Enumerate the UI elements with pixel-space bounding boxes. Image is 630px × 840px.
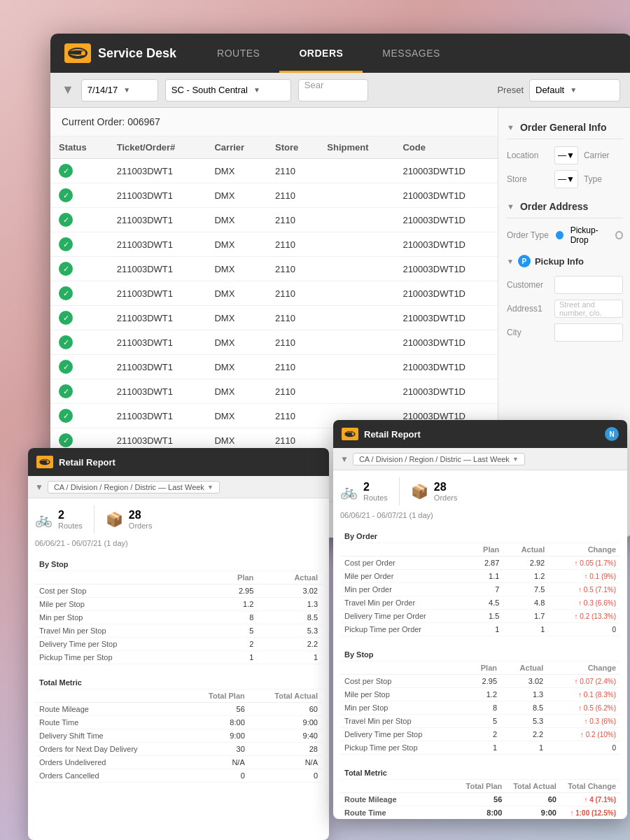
status-check-icon: ✓ xyxy=(59,237,73,251)
report-title-back: Retail Report xyxy=(59,457,115,468)
table-row: Mile per Stop1.21.3↑ 0.1 (8.3%) xyxy=(340,688,620,701)
report-header-back: Retail Report xyxy=(28,448,329,476)
svg-point-5 xyxy=(352,433,354,435)
type-label: Type xyxy=(584,174,626,184)
stat-separator-back xyxy=(94,505,94,533)
table-row: Travel Min per Stop55.3↑ 0.3 (6%) xyxy=(340,715,620,728)
radio-other[interactable] xyxy=(615,231,623,239)
table-row: Route Time8:009:00↑ 1:00 (12.5%) xyxy=(340,806,620,820)
radio-pickup-drop[interactable] xyxy=(556,231,564,239)
location-row: Location — ▼ Carrier ▼ xyxy=(507,146,623,164)
carrier-label: Carrier xyxy=(584,150,626,160)
pickup-arrow-icon: ▼ xyxy=(507,258,514,265)
preset-arrow-icon: ▼ xyxy=(570,86,577,94)
filter-tag-arrow-back: ▼ xyxy=(207,484,214,491)
table-row: Cost per Order2.872.92↑ 0.05 (1.7%) xyxy=(340,556,620,570)
location-arrow-icon: ▼ xyxy=(566,150,575,160)
table-row[interactable]: ✓ 211003DWT1 DMX 2110 210003DWT1D xyxy=(50,306,498,330)
table-row[interactable]: ✓ 211003DWT1 DMX 2110 210003DWT1D xyxy=(50,379,498,404)
svg-point-3 xyxy=(47,461,49,463)
table-row[interactable]: ✓ 211003DWT1 DMX 2110 210003DWT1D xyxy=(50,183,498,208)
table-row: Delivery Time per Stop22.2 xyxy=(35,638,322,651)
customer-label: Customer xyxy=(507,280,549,290)
filter-tag-front[interactable]: CA / Division / Region / Distric — Last … xyxy=(353,453,525,465)
general-info-title: Order General Info xyxy=(520,122,607,133)
report-title-front: Retail Report xyxy=(364,429,421,440)
table-row[interactable]: ✓ 211003DWT1 DMX 2110 210003DWT1D xyxy=(50,208,498,232)
col-code: Code xyxy=(394,136,498,159)
table-row[interactable]: ✓ 211003DWT1 DMX 2110 210003DWT1D xyxy=(50,257,498,281)
table-row: Pickup Time per Order110 xyxy=(340,623,620,636)
table-row: Mile per Stop1.21.3 xyxy=(35,598,322,611)
table-row: Min per Stop88.5↑ 0.5 (6.2%) xyxy=(340,701,620,715)
n-avatar: N xyxy=(605,427,619,441)
nav-bar: Service Desk ROUTES ORDERS MESSAGES xyxy=(50,34,630,73)
by-order-table-front: By Order Plan Actual Change Cost per Ord… xyxy=(340,526,620,636)
store-select[interactable]: — ▼ xyxy=(554,170,578,188)
routes-label-back: Routes xyxy=(58,522,83,530)
table-row[interactable]: ✓ 211003DWT1 DMX 2110 210003DWT1D xyxy=(50,330,498,355)
nav-messages[interactable]: MESSAGES xyxy=(363,34,460,73)
preset-section: Preset Default ▼ xyxy=(497,79,620,102)
address1-input[interactable]: Street and number, c/o. xyxy=(554,300,623,318)
status-check-icon: ✓ xyxy=(59,335,73,349)
routes-number-back: 2 xyxy=(58,509,83,522)
table-row: Pickup Time per Stop11 xyxy=(35,651,322,664)
table-row: Orders Cancelled00 xyxy=(35,769,322,783)
nav-orders[interactable]: ORDERS xyxy=(279,34,363,73)
store-arrow-icon: ▼ xyxy=(566,174,575,184)
filter-tag-back[interactable]: CA / Division / Region / Distric — Last … xyxy=(48,481,220,493)
table-row: Route Time8:009:00 xyxy=(35,716,322,729)
report-logo-front xyxy=(342,428,358,440)
col-carrier: Carrier xyxy=(206,136,267,159)
routes-icon-back: 🚲 xyxy=(35,511,52,528)
address1-label: Address1 xyxy=(507,304,549,314)
location-label: Location xyxy=(507,150,549,160)
date-selector[interactable]: 7/14/17 ▼ xyxy=(81,79,158,102)
region-arrow-icon: ▼ xyxy=(253,86,260,94)
preset-selector[interactable]: Default ▼ xyxy=(529,79,620,102)
routes-icon-front: 🚲 xyxy=(340,483,358,500)
region-selector[interactable]: SC - South Central ▼ xyxy=(165,79,291,102)
table-row: Min per Order77.5↑ 0.5 (7.1%) xyxy=(340,583,620,596)
table-row[interactable]: ✓ 211003DWT1 DMX 2110 210003DWT1D xyxy=(50,159,498,183)
filter-icon[interactable]: ▼ xyxy=(62,83,74,97)
orders-stat-front: 📦 28 Orders xyxy=(411,477,458,505)
nav-items: ROUTES ORDERS MESSAGES xyxy=(197,34,617,73)
table-row[interactable]: ✓ 211003DWT1 DMX 2110 210003DWT1D xyxy=(50,355,498,379)
city-input[interactable] xyxy=(554,323,623,342)
nav-routes[interactable]: ROUTES xyxy=(197,34,279,73)
address-section: ▼ Order Address xyxy=(507,195,623,218)
report-header-front: Retail Report N xyxy=(333,420,627,448)
retail-report-window-back: Retail Report ▼ CA / Division / Region /… xyxy=(28,448,329,840)
table-row: Delivery Shift Time9:009:40 xyxy=(35,729,322,743)
current-order-info: Current Order: 006967 xyxy=(50,108,498,136)
search-input[interactable]: Sear xyxy=(298,79,368,102)
status-check-icon: ✓ xyxy=(59,384,73,398)
table-row: Min per Stop88.5 xyxy=(35,611,322,624)
by-stop-head: By Stop xyxy=(340,645,620,662)
table-row[interactable]: ✓ 211003DWT1 DMX 2110 210003DWT1D xyxy=(50,232,498,257)
routes-stat-front: 🚲 2 Routes xyxy=(340,477,388,505)
report-body-front: 🚲 2 Routes 📦 28 Orders 06/06/21 - 06/07/… xyxy=(333,470,627,819)
status-check-icon: ✓ xyxy=(59,164,73,178)
orders-icon-front: 📦 xyxy=(411,483,428,500)
location-select[interactable]: — ▼ xyxy=(554,146,578,164)
table-row: Route Mileage5660 xyxy=(35,703,322,716)
col-shipment: Shipment xyxy=(318,136,394,159)
status-check-icon: ✓ xyxy=(59,409,73,423)
status-check-icon: ✓ xyxy=(59,360,73,374)
report-stats-back: 🚲 2 Routes 📦 28 Orders xyxy=(35,505,322,533)
status-check-icon: ✓ xyxy=(59,188,73,202)
table-row: Route Mileage5660↑ 4 (7.1%) xyxy=(340,793,620,806)
customer-input[interactable] xyxy=(554,276,623,294)
toolbar: ▼ 7/14/17 ▼ SC - South Central ▼ Sear Pr… xyxy=(50,73,630,108)
filter-icon-front: ▼ xyxy=(340,454,349,464)
filter-tag-arrow-front: ▼ xyxy=(512,456,519,463)
col-status: Status xyxy=(50,136,108,159)
customer-row: Customer xyxy=(507,276,623,294)
general-info-arrow-icon: ▼ xyxy=(507,123,514,132)
table-row[interactable]: ✓ 211003DWT1 DMX 2110 210003DWT1D xyxy=(50,281,498,306)
table-row: Delivery Time per Stop22.2↑ 0.2 (10%) xyxy=(340,728,620,741)
table-row: Travel Min per Stop55.3 xyxy=(35,624,322,638)
